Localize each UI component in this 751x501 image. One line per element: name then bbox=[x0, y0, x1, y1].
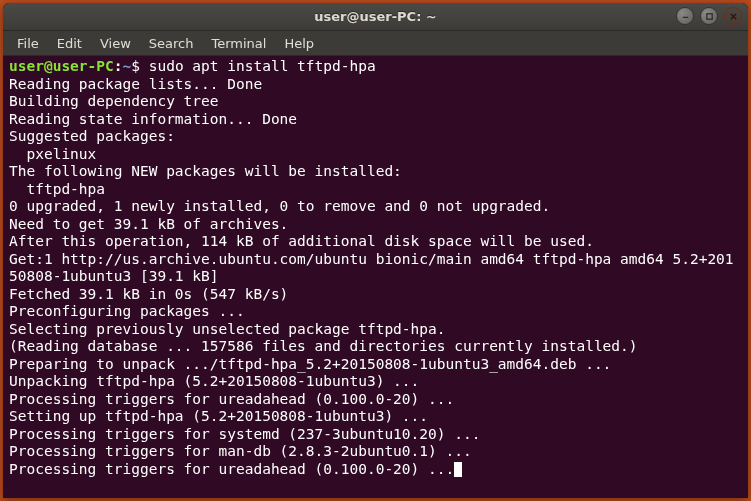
minimize-button[interactable] bbox=[676, 7, 694, 25]
titlebar[interactable]: user@user-PC: ~ bbox=[3, 3, 748, 31]
menu-edit[interactable]: Edit bbox=[49, 34, 90, 53]
prompt-userhost: user@user-PC bbox=[9, 58, 114, 74]
menu-search[interactable]: Search bbox=[141, 34, 202, 53]
prompt-path: ~ bbox=[123, 58, 132, 74]
command-text: sudo apt install tftpd-hpa bbox=[149, 58, 376, 74]
maximize-icon bbox=[705, 12, 714, 21]
menu-terminal[interactable]: Terminal bbox=[203, 34, 274, 53]
close-icon bbox=[729, 12, 738, 21]
close-button[interactable] bbox=[724, 7, 742, 25]
prompt-colon: : bbox=[114, 58, 123, 74]
terminal-window: user@user-PC: ~ File Edit View Search Te… bbox=[3, 3, 748, 498]
prompt-symbol: $ bbox=[131, 58, 140, 74]
cursor bbox=[454, 462, 462, 477]
menu-help[interactable]: Help bbox=[276, 34, 322, 53]
window-controls bbox=[676, 7, 742, 25]
window-title: user@user-PC: ~ bbox=[314, 9, 437, 24]
terminal-output: Reading package lists... Done Building d… bbox=[9, 76, 734, 477]
menu-view[interactable]: View bbox=[92, 34, 139, 53]
menubar: File Edit View Search Terminal Help bbox=[3, 31, 748, 56]
svg-rect-1 bbox=[706, 13, 711, 18]
terminal-content[interactable]: user@user-PC:~$ sudo apt install tftpd-h… bbox=[3, 56, 748, 498]
menu-file[interactable]: File bbox=[9, 34, 47, 53]
minimize-icon bbox=[681, 12, 690, 21]
maximize-button[interactable] bbox=[700, 7, 718, 25]
